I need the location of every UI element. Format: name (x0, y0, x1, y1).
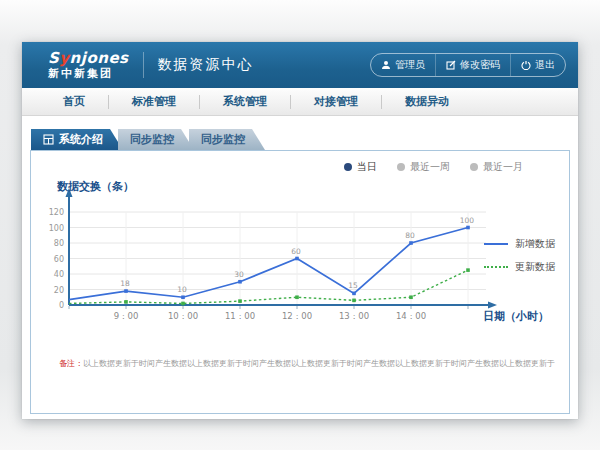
svg-text:60: 60 (54, 255, 64, 264)
footnote-text: 以上数据更新于时间产生数据以上数据更新于时间产生数据以上数据更新于时间产生数据以… (83, 359, 555, 368)
y-axis-ticks: 020406080100120 (49, 208, 64, 310)
legend-label: 新增数据 (515, 237, 555, 251)
x-axis-title: 日期（小时） (483, 310, 549, 323)
tab-label: 系统介绍 (59, 132, 103, 147)
main-nav: 首页 标准管理 系统管理 对接管理 数据异动 (22, 88, 578, 116)
series-0: 181030601580100 (69, 216, 474, 300)
content-area: 系统介绍 同步监控 同步监控 当日 最近一周 (22, 116, 578, 414)
change-password-label: 修改密码 (460, 58, 500, 72)
svg-text:100: 100 (460, 216, 475, 225)
tab-sync-monitor-2[interactable]: 同步监控 (189, 129, 265, 150)
radio-today[interactable]: 当日 (344, 160, 377, 174)
logout-button[interactable]: 退出 (510, 54, 565, 76)
radio-dot (344, 163, 352, 171)
radio-dot (397, 163, 405, 171)
svg-text:20: 20 (54, 286, 64, 295)
app-header: Synjones 新中新集团 数据资源中心 管理员 修改密码 (22, 42, 578, 88)
nav-item-interface-mgmt[interactable]: 对接管理 (290, 95, 381, 109)
logo-accent: y (59, 49, 69, 67)
user-toolbar: 管理员 修改密码 退出 (370, 53, 566, 77)
svg-text:10: 10 (177, 285, 187, 294)
chart-panel: 当日 最近一周 最近一月 数据交换（条） 0204060801001209：00… (30, 150, 570, 414)
svg-text:18: 18 (120, 279, 130, 288)
series-legend: 新增数据 更新数据 (484, 237, 555, 283)
brand-divider (143, 52, 144, 78)
svg-text:100: 100 (49, 224, 64, 233)
svg-text:14：00: 14：00 (396, 311, 426, 321)
admin-user-button[interactable]: 管理员 (371, 54, 435, 76)
tab-label: 同步监控 (130, 132, 174, 147)
document-grid-icon (43, 134, 54, 145)
radio-label: 最近一月 (483, 160, 523, 174)
legend-item-new-data[interactable]: 新增数据 (484, 237, 555, 251)
svg-text:15: 15 (348, 281, 358, 290)
tab-system-intro[interactable]: 系统介绍 (31, 129, 123, 150)
edit-icon (446, 60, 456, 70)
legend-line-sample-blue (484, 243, 508, 245)
y-axis-title: 数据交换（条） (57, 179, 134, 194)
nav-item-data-change[interactable]: 数据异动 (381, 95, 472, 109)
radio-dot (470, 163, 478, 171)
brand-logo: Synjones 新中新集团 (48, 51, 129, 79)
change-password-button[interactable]: 修改密码 (435, 54, 510, 76)
svg-text:120: 120 (49, 208, 64, 217)
radio-last-week[interactable]: 最近一周 (397, 160, 450, 174)
logout-label: 退出 (535, 58, 555, 72)
svg-text:13：00: 13：00 (339, 311, 369, 321)
footnote: 备注：以上数据更新于时间产生数据以上数据更新于时间产生数据以上数据更新于时间产生… (59, 358, 559, 369)
svg-text:11：00: 11：00 (225, 311, 255, 321)
x-axis-ticks: 9：0010：0011：0012：0013：0014：00 (114, 311, 426, 321)
svg-text:10：00: 10：00 (168, 311, 198, 321)
tab-bar: 系统介绍 同步监控 同步监控 (31, 129, 570, 150)
time-range-filter: 当日 最近一周 最近一月 (344, 160, 523, 174)
footnote-prefix: 备注： (59, 359, 83, 368)
nav-item-home[interactable]: 首页 (40, 95, 108, 109)
nav-item-standard-mgmt[interactable]: 标准管理 (108, 95, 199, 109)
brand-logo-text: Synjones (48, 51, 129, 66)
svg-text:80: 80 (54, 239, 64, 248)
tab-label: 同步监控 (201, 132, 245, 147)
user-icon (381, 60, 391, 70)
app-window: Synjones 新中新集团 数据资源中心 管理员 修改密码 (22, 42, 578, 419)
power-icon (521, 60, 531, 70)
nav-item-system-mgmt[interactable]: 系统管理 (199, 95, 290, 109)
admin-user-label: 管理员 (395, 58, 425, 72)
svg-text:0: 0 (59, 301, 64, 310)
svg-text:12：00: 12：00 (282, 311, 312, 321)
svg-text:60: 60 (291, 247, 301, 256)
legend-item-updated-data[interactable]: 更新数据 (484, 260, 555, 274)
svg-text:80: 80 (405, 231, 415, 240)
radio-label: 当日 (357, 160, 377, 174)
legend-line-sample-green (484, 266, 508, 268)
svg-text:9：00: 9：00 (114, 311, 139, 321)
legend-label: 更新数据 (515, 260, 555, 274)
svg-text:30: 30 (234, 270, 244, 279)
radio-label: 最近一周 (410, 160, 450, 174)
svg-text:40: 40 (54, 270, 64, 279)
page-title: 数据资源中心 (158, 56, 254, 74)
tab-sync-monitor-1[interactable]: 同步监控 (118, 129, 194, 150)
radio-last-month[interactable]: 最近一月 (470, 160, 523, 174)
brand-company-name: 新中新集团 (48, 68, 129, 79)
